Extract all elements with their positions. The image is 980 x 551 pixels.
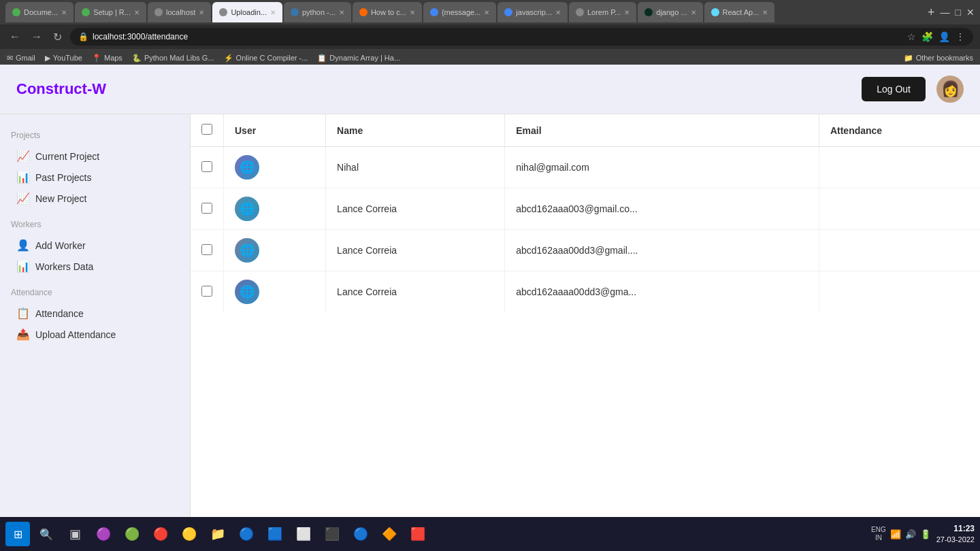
row-checkbox-3[interactable] xyxy=(201,286,212,297)
bookmark-item-3[interactable]: 🐍Python Mad Libs G... xyxy=(132,54,214,63)
browser-tab-9[interactable]: django ...✕ xyxy=(638,2,702,22)
browser-tab-10[interactable]: React Ap...✕ xyxy=(704,2,775,22)
address-bar[interactable]: 🔒 localhost:3000/attendance ☆ 🧩 👤 ⋮ xyxy=(70,28,973,46)
row-user-cell-2: 🌐 xyxy=(224,230,326,271)
tab-close-9[interactable]: ✕ xyxy=(691,9,696,16)
column-header-user: User xyxy=(224,114,326,147)
browser-tab-0[interactable]: Docume...✕ xyxy=(5,2,74,22)
tab-close-3[interactable]: ✕ xyxy=(270,9,276,16)
taskbar-rider-icon[interactable]: 🟥 xyxy=(406,522,430,546)
bookmark-star-icon[interactable]: ☆ xyxy=(907,31,916,42)
bookmark-item-6[interactable]: 📁Other bookmarks xyxy=(904,54,973,63)
browser-tab-7[interactable]: javascrip...✕ xyxy=(497,2,568,22)
tab-favicon-5 xyxy=(359,8,368,16)
tab-label-4: python -... xyxy=(302,8,336,16)
tab-favicon-4 xyxy=(291,8,299,16)
row-checkbox-cell-0 xyxy=(191,147,224,188)
select-all-checkbox[interactable] xyxy=(201,124,212,135)
taskbar-unknown-icon[interactable]: ⬜ xyxy=(291,522,316,546)
sidebar-item-current-project[interactable]: 📈Current Project xyxy=(11,146,179,167)
row-checkbox-1[interactable] xyxy=(201,203,212,214)
tab-favicon-6 xyxy=(430,8,438,16)
taskbar-teams-icon[interactable]: 🟣 xyxy=(91,522,116,546)
menu-icon[interactable]: ⋮ xyxy=(956,31,965,42)
bookmark-item-2[interactable]: 📍Maps xyxy=(92,54,122,63)
start-button[interactable]: ⊞ xyxy=(5,522,30,546)
task-view-button[interactable]: ▣ xyxy=(63,522,87,546)
browser-tab-8[interactable]: Lorem P...✕ xyxy=(569,2,636,22)
sidebar-item-new-project[interactable]: 📈New Project xyxy=(11,188,179,209)
bookmark-item-5[interactable]: 📋Dynamic Array | Ha... xyxy=(317,54,400,63)
row-checkbox-0[interactable] xyxy=(201,161,212,172)
forward-button[interactable]: → xyxy=(29,29,45,44)
taskbar-youtube-icon[interactable]: 🔴 xyxy=(148,522,173,546)
taskbar-terminal-icon[interactable]: ⬛ xyxy=(320,522,344,546)
user-avatar[interactable]: 👩 xyxy=(936,76,964,103)
logout-button[interactable]: Log Out xyxy=(862,77,926,101)
column-header-name: Name xyxy=(326,114,505,147)
tab-close-2[interactable]: ✕ xyxy=(199,9,204,16)
taskbar-vscode2-icon[interactable]: 🟦 xyxy=(263,522,287,546)
taskbar-spotify-icon[interactable]: 🟢 xyxy=(120,522,144,546)
taskbar-explorer-icon[interactable]: 📁 xyxy=(206,522,230,546)
taskbar-clock[interactable]: 11:23 27-03-2022 xyxy=(936,523,975,545)
tab-close-5[interactable]: ✕ xyxy=(410,9,415,16)
row-name-3: Lance Correia xyxy=(326,271,505,313)
row-name-0: Nihal xyxy=(326,147,505,188)
row-user-cell-3: 🌐 xyxy=(224,271,326,313)
taskbar-settings-icon[interactable]: 🔶 xyxy=(377,522,402,546)
bookmark-item-4[interactable]: ⚡Online C Compiler -... xyxy=(224,54,308,63)
battery-icon[interactable]: 🔋 xyxy=(920,529,931,539)
tab-label-1: Setup | R... xyxy=(93,8,131,16)
tab-close-6[interactable]: ✕ xyxy=(484,9,489,16)
sidebar-item-add-worker[interactable]: 👤Add Worker xyxy=(11,235,179,256)
bookmark-item-0[interactable]: ✉Gmail xyxy=(7,54,35,63)
wifi-icon[interactable]: 📶 xyxy=(890,529,901,539)
sidebar-item-label-0: Add Worker xyxy=(35,240,86,251)
tab-close-4[interactable]: ✕ xyxy=(339,9,344,16)
tab-label-8: Lorem P... xyxy=(587,8,621,16)
back-button[interactable]: ← xyxy=(7,29,23,44)
tab-close-0[interactable]: ✕ xyxy=(61,9,67,16)
browser-tab-4[interactable]: python -...✕ xyxy=(284,2,351,22)
url-display[interactable]: localhost:3000/attendance xyxy=(93,32,188,41)
tab-close-10[interactable]: ✕ xyxy=(762,9,768,16)
tab-close-7[interactable]: ✕ xyxy=(555,9,561,16)
taskbar-files-icon[interactable]: 🟡 xyxy=(177,522,201,546)
maximize-button[interactable]: □ xyxy=(956,7,961,18)
sidebar-item-label-2: New Project xyxy=(35,193,86,204)
browser-tab-5[interactable]: How to c...✕ xyxy=(353,2,422,22)
main-content: Projects📈Current Project📊Past Projects📈N… xyxy=(0,114,980,551)
column-header-attendance: Attendance xyxy=(819,114,980,147)
sidebar-item-label-1: Past Projects xyxy=(35,172,91,183)
browser-tab-3[interactable]: Uploadin...✕ xyxy=(212,2,282,22)
system-tray: ENGIN 📶 🔊 🔋 xyxy=(871,526,931,542)
browser-tab-2[interactable]: localhost✕ xyxy=(148,2,211,22)
sidebar-item-workers-data[interactable]: 📊Workers Data xyxy=(11,256,179,277)
tab-label-5: How to c... xyxy=(371,8,406,16)
taskbar-vscode-icon[interactable]: 🔵 xyxy=(234,522,259,546)
close-button[interactable]: ✕ xyxy=(966,7,975,18)
sidebar-item-upload-attendance[interactable]: 📤Upload Attendance xyxy=(11,324,179,345)
tab-favicon-7 xyxy=(504,8,512,16)
reload-button[interactable]: ↻ xyxy=(50,29,65,45)
new-tab-button[interactable]: + xyxy=(924,5,939,20)
sidebar-item-attendance[interactable]: 📋Attendance xyxy=(11,303,179,324)
browser-tab-6[interactable]: {message...✕ xyxy=(423,2,496,22)
profile-icon[interactable]: 👤 xyxy=(938,31,950,42)
bookmark-favicon-5: 📋 xyxy=(317,54,327,63)
sidebar-section-2: Attendance xyxy=(11,288,179,297)
minimize-button[interactable]: — xyxy=(941,7,950,18)
tab-close-1[interactable]: ✕ xyxy=(134,9,140,16)
extensions-icon[interactable]: 🧩 xyxy=(921,31,933,42)
search-button[interactable]: 🔍 xyxy=(34,522,59,546)
table-row: 🌐Lance Correiaabcd162aaa00dd3@gmail.... xyxy=(191,230,980,271)
volume-icon[interactable]: 🔊 xyxy=(905,529,916,539)
taskbar-chrome-icon[interactable]: 🔵 xyxy=(348,522,373,546)
row-checkbox-2[interactable] xyxy=(201,244,212,255)
tab-close-8[interactable]: ✕ xyxy=(624,9,630,16)
bookmark-item-1[interactable]: ▶YouTube xyxy=(45,54,82,63)
browser-tab-1[interactable]: Setup | R...✕ xyxy=(75,2,146,22)
sidebar-item-past-projects[interactable]: 📊Past Projects xyxy=(11,167,179,188)
sidebar-item-label-1: Upload Attendance xyxy=(35,329,116,340)
